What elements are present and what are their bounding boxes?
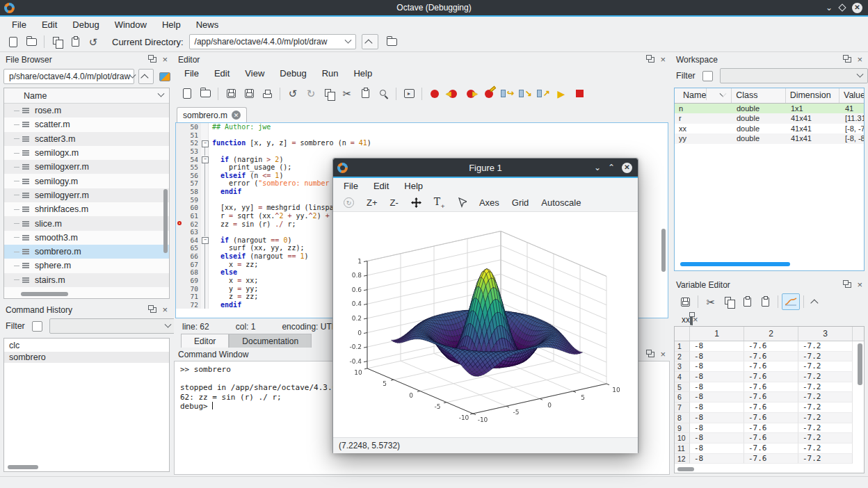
breakpoint-margin[interactable] <box>176 277 186 285</box>
variable-row-2[interactable]: 2-8-7.6-7.2 <box>675 352 864 362</box>
menu-item-file[interactable]: File <box>4 19 34 30</box>
breakpoint-margin[interactable] <box>176 139 186 147</box>
cell[interactable]: -7.2 <box>798 454 853 464</box>
code-line-50[interactable]: 50## Author: jwe <box>176 123 668 131</box>
figure-titlebar[interactable]: Figure 1 ⌄ ⌃ ✕ <box>333 158 638 177</box>
variable-row-12[interactable]: 12-8-7.6-7.2 <box>675 454 864 464</box>
fold-margin[interactable] <box>201 188 209 196</box>
cell[interactable]: -7.6 <box>744 382 798 393</box>
file-row-stairs-m[interactable]: stairs.m <box>4 273 169 287</box>
fold-margin[interactable] <box>201 293 209 301</box>
workspace-row-xx[interactable]: xxdouble41x41[-8, -7.6 <box>675 124 864 133</box>
breakpoint-margin[interactable] <box>176 212 186 220</box>
undock-icon[interactable] <box>691 314 693 325</box>
autoscale-button[interactable]: Autoscale <box>536 196 586 209</box>
cell[interactable]: -7.6 <box>744 423 798 434</box>
cell[interactable]: -8 <box>690 372 744 382</box>
undock-icon[interactable] <box>845 282 851 288</box>
zoom-in-button[interactable]: Z+ <box>362 196 383 209</box>
undo-button[interactable]: ↺ <box>85 33 102 50</box>
cell[interactable]: -7.6 <box>744 413 798 423</box>
code-line-52[interactable]: 52function [x, y, z] = sombrero (n = 41) <box>176 139 668 147</box>
variable-row-3[interactable]: 3-8-7.6-7.2 <box>675 361 864 372</box>
column-name[interactable]: Name <box>675 88 732 103</box>
file-browser-path-combobox[interactable]: p/share/octave/4.4.0/m/plot/draw <box>3 69 134 84</box>
editor-tab-sombrero[interactable]: sombrero.m ✕ <box>177 107 247 122</box>
close-icon[interactable]: ✕ <box>622 163 632 173</box>
breakpoint-margin[interactable] <box>176 261 186 269</box>
fold-margin[interactable] <box>201 179 209 188</box>
minimize-icon[interactable]: ⌄ <box>826 3 833 12</box>
run-in-terminal-button[interactable]: ▸ <box>401 86 417 102</box>
workspace-table-header[interactable]: Name Class Dimension Value <box>675 88 864 104</box>
new-script-button[interactable] <box>5 33 22 50</box>
cell[interactable]: -7.2 <box>798 372 853 382</box>
copy-button[interactable] <box>321 86 337 102</box>
cell[interactable]: -7.6 <box>744 361 798 372</box>
column-header-3[interactable]: 3 <box>798 327 853 341</box>
cell[interactable]: -7.2 <box>798 402 853 413</box>
breakpoint-margin[interactable] <box>176 220 186 229</box>
cell[interactable]: -7.6 <box>744 454 798 464</box>
breakpoint-margin[interactable] <box>176 188 186 196</box>
fold-margin[interactable] <box>201 220 209 229</box>
column-value[interactable]: Value <box>839 88 864 103</box>
close-panel-icon[interactable]: × <box>857 55 862 64</box>
fold-margin[interactable] <box>201 123 209 131</box>
cell[interactable]: -7.2 <box>798 361 853 372</box>
fold-margin[interactable] <box>201 277 209 285</box>
text-tool-button[interactable]: T+ <box>429 195 450 211</box>
workspace-filter-combobox[interactable] <box>720 68 868 83</box>
cell[interactable]: -7.2 <box>798 433 853 444</box>
breakpoint-margin[interactable] <box>176 172 186 180</box>
pan-tool-button[interactable] <box>406 196 426 209</box>
save-button[interactable] <box>223 86 239 102</box>
cell[interactable]: -7.2 <box>798 444 853 454</box>
file-row-semilogxerr-m[interactable]: semilogxerr.m <box>4 160 169 174</box>
workspace-row-r[interactable]: rdouble41x41[11.314 <box>675 113 864 123</box>
file-browser-actions-button[interactable] <box>156 68 173 85</box>
menu-item-edit[interactable]: Edit <box>34 19 65 30</box>
fold-margin[interactable] <box>201 147 209 156</box>
breakpoint-margin[interactable] <box>176 196 186 204</box>
variable-row-4[interactable]: 4-8-7.6-7.2 <box>675 372 864 382</box>
breakpoint-margin[interactable] <box>176 204 186 212</box>
menu-item-edit[interactable]: Edit <box>366 181 396 191</box>
file-list-column-header[interactable]: Name <box>4 88 169 104</box>
breakpoint-margin[interactable] <box>176 156 186 164</box>
undo-button[interactable]: ↺ <box>284 86 301 102</box>
close-panel-icon[interactable]: × <box>660 350 666 359</box>
cell[interactable]: -8 <box>690 423 744 434</box>
menu-item-window[interactable]: Window <box>107 19 154 30</box>
menu-item-view[interactable]: View <box>237 68 272 79</box>
grid-button[interactable]: Grid <box>507 196 534 209</box>
undock-icon[interactable] <box>150 57 156 63</box>
plot-variable-button[interactable] <box>782 293 800 310</box>
undock-icon[interactable] <box>648 57 654 63</box>
file-row-semilogyerr-m[interactable]: semilogyerr.m <box>4 188 169 202</box>
remove-breakpoints-button[interactable] <box>481 86 497 102</box>
variable-row-5[interactable]: 5-8-7.6-7.2 <box>675 382 864 393</box>
fold-margin[interactable] <box>201 163 209 172</box>
fold-margin[interactable] <box>201 131 209 140</box>
cell[interactable]: -8 <box>690 444 744 454</box>
breakpoint-margin[interactable] <box>176 236 186 245</box>
undock-icon[interactable] <box>150 307 156 313</box>
history-item[interactable]: sombrero <box>4 352 169 364</box>
filter-checkbox[interactable] <box>32 321 42 332</box>
file-row-sombrero-m[interactable]: sombrero.m <box>4 245 169 259</box>
column-class[interactable]: Class <box>732 88 785 103</box>
fold-margin[interactable] <box>201 139 209 147</box>
column-dimension[interactable]: Dimension <box>786 88 839 103</box>
close-panel-icon[interactable]: × <box>660 55 666 64</box>
cell[interactable]: -7.2 <box>798 382 853 393</box>
breakpoint-margin[interactable] <box>176 163 186 172</box>
cell[interactable]: -7.6 <box>744 444 798 454</box>
save-variable-button[interactable] <box>677 293 693 310</box>
paste-table-button[interactable] <box>757 293 773 310</box>
cell[interactable]: -7.6 <box>744 402 798 413</box>
cell[interactable]: -7.2 <box>798 352 853 362</box>
close-panel-icon[interactable]: × <box>162 305 168 314</box>
menu-item-help[interactable]: Help <box>154 19 188 30</box>
axes-button[interactable]: Axes <box>474 196 504 209</box>
